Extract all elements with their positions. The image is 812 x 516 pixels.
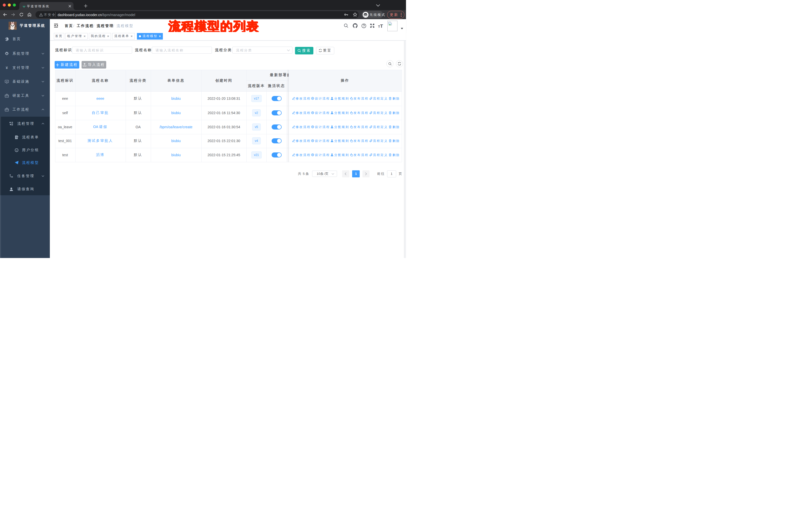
- svg-text:T: T: [380, 24, 383, 28]
- svg-text:T: T: [378, 25, 380, 28]
- svg-text:¥: ¥: [6, 66, 8, 70]
